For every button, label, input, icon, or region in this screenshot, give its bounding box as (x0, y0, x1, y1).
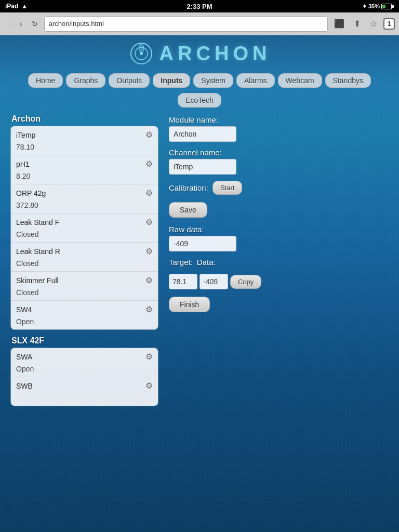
ocean-background: ARCHON Home Graphs Outputs Inputs System… (0, 35, 399, 532)
nav-webcam[interactable]: Webcam (278, 73, 322, 88)
sensor-ph1-gear[interactable]: ⚙ (145, 159, 153, 169)
slx42f-sensor-list: SWA ⚙ Open SWB ⚙ (10, 348, 158, 406)
logo-text: ARCHON (159, 43, 271, 65)
sensor-leakstandf-value: Closed (11, 229, 158, 242)
url-bar[interactable] (44, 16, 328, 32)
right-panel: Module name: Channel name: Calibration: … (169, 114, 389, 406)
nav-inputs[interactable]: Inputs (153, 73, 190, 88)
calibration-label: Calibration: (169, 183, 208, 192)
module-name-label: Module name: (169, 115, 389, 124)
nav-bar-primary: Home Graphs Outputs Inputs System Alarms… (0, 69, 399, 92)
sensor-skimmerfull-gear[interactable]: ⚙ (145, 275, 153, 285)
bluetooth-icon: ✦ (362, 3, 367, 10)
copy-button[interactable]: Copy (230, 275, 261, 289)
status-right: ✦ 35% (362, 3, 394, 10)
sensor-skimmerfull-value: Closed (11, 287, 158, 300)
module-name-input[interactable] (169, 126, 236, 142)
sensor-itemp-name: iTemp (16, 131, 35, 139)
nav-alarms[interactable]: Alarms (236, 73, 275, 88)
sensor-itemp-gear[interactable]: ⚙ (145, 130, 153, 140)
sensor-sw4-name: SW4 (16, 305, 32, 314)
nav-home[interactable]: Home (28, 73, 63, 88)
sensor-orp42g-value: 372.80 (11, 200, 158, 213)
sensor-orp42g: ORP 42g ⚙ 372.80 (11, 184, 158, 214)
start-button[interactable]: Start (212, 181, 242, 195)
sensor-itemp-header[interactable]: iTemp ⚙ (11, 126, 158, 142)
data-label: Data: (197, 258, 216, 267)
sensor-itemp: iTemp ⚙ 78.10 (11, 126, 158, 155)
sensor-swa: SWA ⚙ Open (11, 348, 158, 377)
share-button[interactable]: ⬆ (351, 17, 364, 31)
target-label: Target: (169, 258, 193, 267)
forward-button[interactable]: › (16, 17, 25, 31)
raw-data-input[interactable] (169, 236, 236, 251)
airplay-button[interactable]: ⬛ (331, 17, 348, 31)
channel-name-input[interactable] (169, 159, 236, 175)
sensor-skimmerfull-header[interactable]: Skimmer Full ⚙ (11, 272, 158, 287)
nav-bar-secondary: EcoTech (0, 92, 399, 112)
nav-standbys[interactable]: Standbys (325, 73, 371, 88)
wifi-icon: ▲ (21, 3, 28, 10)
sensor-swb-gear[interactable]: ⚙ (145, 381, 153, 391)
browser-bar: ‹ › ↻ ⬛ ⬆ ☆ 1 (0, 12, 399, 35)
sensor-sw4-gear[interactable]: ⚙ (145, 304, 153, 314)
sensor-swb-header[interactable]: SWB ⚙ (11, 377, 158, 393)
logo-area: ARCHON (0, 35, 399, 69)
sensor-leakstandf-gear[interactable]: ⚙ (145, 217, 153, 227)
finish-button[interactable]: Finish (169, 297, 210, 312)
time-display: 2:33 PM (187, 3, 212, 10)
sensor-swb: SWB ⚙ (11, 377, 158, 406)
sensor-sw4: SW4 ⚙ Open (11, 301, 158, 329)
nav-ecotech[interactable]: EcoTech (178, 93, 221, 108)
sensor-orp42g-header[interactable]: ORP 42g ⚙ (11, 184, 158, 200)
sensor-itemp-value: 78.10 (11, 142, 158, 155)
sensor-swb-name: SWB (16, 382, 33, 390)
bookmark-button[interactable]: ☆ (367, 17, 380, 31)
sensor-swa-gear[interactable]: ⚙ (145, 352, 153, 362)
sensor-ph1-header[interactable]: pH1 ⚙ (11, 155, 158, 171)
raw-data-label: Raw data: (169, 225, 389, 234)
sensor-skimmerfull-name: Skimmer Full (16, 276, 59, 285)
sensor-leakstandr-name: Leak Stand R (16, 247, 60, 256)
battery-icon (381, 4, 394, 9)
status-bar: iPad ▲ 2:33 PM ✦ 35% (0, 0, 399, 12)
save-button[interactable]: Save (169, 202, 207, 218)
left-panel: Archon iTemp ⚙ 78.10 pH1 ⚙ 8.20 (10, 114, 158, 406)
sensor-leakstandf-name: Leak Stand F (16, 218, 59, 227)
sensor-sw4-value: Open (11, 316, 158, 329)
target-row: Target: Data: (169, 258, 389, 267)
sensor-swa-header[interactable]: SWA ⚙ (11, 348, 158, 364)
sensor-ph1-name: pH1 (16, 160, 30, 168)
data-value-display: -409 (200, 274, 228, 289)
sensor-leakstandf-header[interactable]: Leak Stand F ⚙ (11, 214, 158, 229)
sensor-leakstandr: Leak Stand R ⚙ Closed (11, 243, 158, 272)
reload-button[interactable]: ↻ (29, 18, 41, 30)
status-left: iPad ▲ (5, 3, 28, 10)
archon-sensor-list: iTemp ⚙ 78.10 pH1 ⚙ 8.20 ORP 42g ⚙ (10, 126, 158, 330)
sensor-orp42g-name: ORP 42g (16, 189, 46, 197)
sensor-ph1: pH1 ⚙ 8.20 (11, 155, 158, 184)
sensor-sw4-header[interactable]: SW4 ⚙ (11, 301, 158, 316)
battery-percent: 35% (368, 3, 380, 9)
svg-point-2 (140, 52, 143, 55)
sensor-leakstandr-value: Closed (11, 258, 158, 271)
sensor-skimmerfull: Skimmer Full ⚙ Closed (11, 272, 158, 301)
archon-logo-icon (128, 41, 154, 66)
nav-system[interactable]: System (193, 73, 233, 88)
sensor-leakstandr-header[interactable]: Leak Stand R ⚙ (11, 243, 158, 258)
target-value-display: 78.1 (169, 274, 197, 289)
sensor-swa-value: Open (11, 364, 158, 377)
main-content: Archon iTemp ⚙ 78.10 pH1 ⚙ 8.20 (0, 112, 399, 417)
channel-name-label: Channel name: (169, 148, 389, 157)
sensor-leakstandf: Leak Stand F ⚙ Closed (11, 214, 158, 243)
archon-section-header: Archon (10, 114, 158, 124)
back-button[interactable]: ‹ (4, 17, 13, 31)
calibration-row: Calibration: Start (169, 181, 389, 195)
sensor-ph1-value: 8.20 (11, 171, 158, 184)
slx42f-section-header: SLX 42F (10, 336, 158, 345)
nav-outputs[interactable]: Outputs (109, 73, 150, 88)
tab-count[interactable]: 1 (383, 18, 395, 30)
nav-graphs[interactable]: Graphs (66, 73, 105, 88)
sensor-orp42g-gear[interactable]: ⚙ (145, 188, 153, 198)
sensor-leakstandr-gear[interactable]: ⚙ (145, 246, 153, 256)
